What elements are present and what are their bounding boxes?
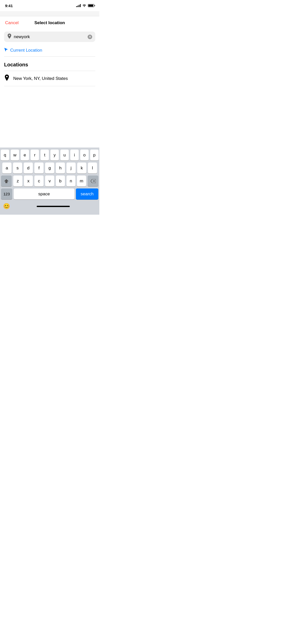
key-d[interactable]: d bbox=[24, 163, 33, 173]
key-o[interactable]: o bbox=[80, 150, 89, 160]
key-b[interactable]: b bbox=[56, 175, 65, 186]
cancel-button[interactable]: Cancel bbox=[5, 20, 19, 25]
key-p[interactable]: p bbox=[90, 150, 99, 160]
keyboard-row-3: z x c v b n m bbox=[1, 175, 98, 186]
modal-title: Select location bbox=[34, 20, 65, 25]
key-r[interactable]: r bbox=[31, 150, 39, 160]
search-container: ✕ bbox=[0, 30, 99, 44]
key-f[interactable]: f bbox=[34, 163, 44, 173]
location-item-divider bbox=[4, 86, 95, 86]
keyboard-row-2: a s d f g h j k l bbox=[1, 163, 98, 173]
wifi-icon bbox=[82, 4, 86, 8]
space-key[interactable]: space bbox=[14, 188, 74, 199]
key-y[interactable]: y bbox=[50, 150, 59, 160]
key-e[interactable]: e bbox=[21, 150, 29, 160]
key-l[interactable]: l bbox=[88, 163, 97, 173]
home-indicator bbox=[37, 206, 70, 207]
locations-section: Locations New York, NY, United States bbox=[0, 57, 99, 88]
key-c[interactable]: c bbox=[34, 175, 44, 186]
key-m[interactable]: m bbox=[77, 175, 86, 186]
key-j[interactable]: j bbox=[66, 163, 76, 173]
battery-icon bbox=[88, 4, 94, 7]
key-q[interactable]: q bbox=[1, 150, 9, 160]
current-location-row[interactable]: Current Location bbox=[0, 44, 99, 56]
key-a[interactable]: a bbox=[2, 163, 11, 173]
location-item[interactable]: New York, NY, United States bbox=[4, 71, 95, 86]
search-input[interactable] bbox=[14, 34, 86, 39]
key-v[interactable]: v bbox=[45, 175, 54, 186]
emoji-key[interactable]: 😊 bbox=[3, 203, 10, 210]
key-u[interactable]: u bbox=[60, 150, 69, 160]
search-key[interactable]: search bbox=[76, 188, 98, 199]
location-pin-icon bbox=[4, 75, 10, 82]
modal-header: Cancel Select location bbox=[0, 16, 99, 30]
key-g[interactable]: g bbox=[45, 163, 54, 173]
keyboard-row-1: q w e r t y u i o p bbox=[1, 150, 98, 160]
key-h[interactable]: h bbox=[56, 163, 65, 173]
search-pin-icon bbox=[7, 34, 12, 40]
status-bar: 9:41 bbox=[0, 0, 99, 11]
locations-heading: Locations bbox=[4, 62, 95, 68]
key-x[interactable]: x bbox=[24, 175, 33, 186]
key-k[interactable]: k bbox=[77, 163, 86, 173]
key-t[interactable]: t bbox=[40, 150, 49, 160]
key-i[interactable]: i bbox=[70, 150, 79, 160]
numbers-key[interactable]: 123 bbox=[1, 188, 12, 199]
key-z[interactable]: z bbox=[13, 175, 22, 186]
keyboard-emoji-row: 😊 bbox=[1, 201, 98, 215]
location-name: New York, NY, United States bbox=[13, 76, 68, 81]
key-w[interactable]: w bbox=[11, 150, 19, 160]
signal-icon bbox=[76, 4, 81, 7]
key-n[interactable]: n bbox=[66, 175, 76, 186]
search-clear-button[interactable]: ✕ bbox=[88, 35, 92, 39]
shift-key[interactable] bbox=[1, 175, 12, 186]
current-location-text: Current Location bbox=[10, 48, 42, 53]
search-input-wrapper: ✕ bbox=[4, 32, 95, 42]
status-time: 9:41 bbox=[5, 4, 13, 8]
status-icons bbox=[76, 4, 94, 8]
delete-key[interactable] bbox=[88, 175, 98, 186]
app-store-bar bbox=[0, 11, 99, 16]
key-s[interactable]: s bbox=[13, 163, 22, 173]
location-arrow-icon bbox=[4, 48, 8, 53]
keyboard: q w e r t y u i o p a s d f g h j k l z … bbox=[0, 148, 99, 215]
keyboard-bottom-row: 123 space search bbox=[1, 188, 98, 199]
